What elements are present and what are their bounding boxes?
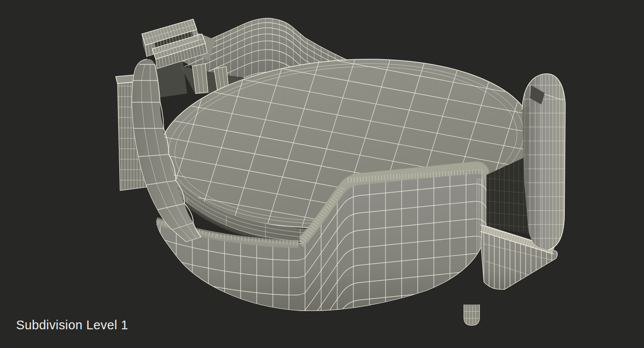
wireframe-render xyxy=(0,0,644,348)
foot-peg xyxy=(464,304,480,325)
subdivision-caption: Subdivision Level 1 xyxy=(16,318,128,332)
viewer-canvas: Subdivision Level 1 xyxy=(0,0,644,348)
right-post-clip xyxy=(521,72,567,251)
